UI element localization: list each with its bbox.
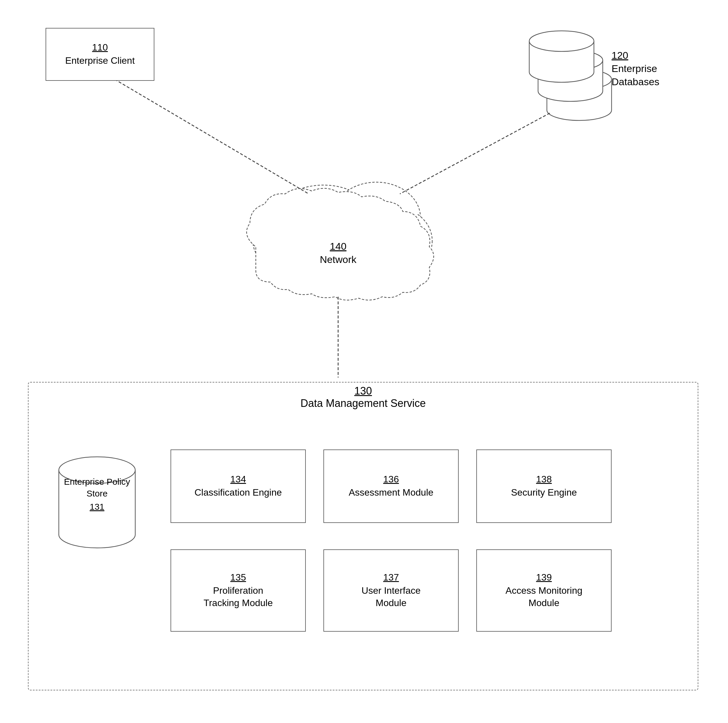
svg-point-6 [253, 209, 335, 273]
svg-point-13 [357, 212, 431, 276]
enterprise-client-label: Enterprise Client [65, 55, 135, 67]
svg-rect-27 [529, 41, 594, 72]
svg-point-25 [538, 50, 603, 70]
svg-line-34 [115, 79, 309, 194]
svg-point-5 [332, 182, 421, 253]
access-monitoring-label: Access MonitoringModule [505, 585, 582, 609]
svg-rect-22 [538, 60, 603, 91]
svg-text:Enterprise: Enterprise [612, 63, 657, 74]
dms-label: Data Management Service [300, 397, 426, 409]
svg-point-10 [334, 189, 419, 257]
dms-number: 130 [354, 385, 372, 397]
security-engine-box: 138 Security Engine [476, 450, 612, 523]
svg-text:Network: Network [320, 254, 357, 265]
access-monitoring-box: 139 Access MonitoringModule [476, 549, 612, 631]
svg-point-21 [538, 81, 603, 101]
svg-text:Databases: Databases [612, 76, 659, 87]
svg-point-9 [272, 192, 375, 266]
classification-engine-label: Classification Engine [194, 487, 282, 499]
enterprise-client-number: 110 [92, 42, 108, 53]
security-engine-number: 138 [536, 474, 552, 485]
classification-engine-number: 134 [230, 474, 246, 485]
assessment-module-number: 136 [383, 474, 399, 485]
svg-point-26 [529, 62, 594, 82]
user-interface-label: User InterfaceModule [362, 585, 421, 609]
dms-outer-box [28, 382, 698, 690]
svg-point-8 [356, 207, 432, 275]
network-cloud [247, 182, 438, 300]
proliferation-label: ProliferationTracking Module [203, 585, 272, 609]
svg-text:120: 120 [612, 50, 628, 61]
user-interface-number: 137 [383, 572, 399, 583]
network-label: 140 [330, 241, 347, 252]
enterprise-client-box: 110 Enterprise Client [46, 28, 154, 81]
svg-point-12 [301, 216, 393, 284]
svg-line-35 [400, 113, 550, 194]
svg-point-7 [300, 212, 394, 282]
access-monitoring-number: 139 [536, 572, 552, 583]
security-engine-label: Security Engine [511, 487, 577, 499]
svg-point-16 [547, 100, 612, 120]
user-interface-box: 137 User InterfaceModule [323, 549, 459, 631]
diagram: 140 Network 120 Enterprise Databases [0, 0, 728, 723]
svg-point-4 [271, 185, 376, 261]
svg-point-11 [254, 213, 334, 275]
svg-point-30 [529, 31, 594, 52]
svg-rect-17 [547, 79, 612, 110]
proliferation-number: 135 [230, 572, 246, 583]
assessment-module-box: 136 Assessment Module [323, 450, 459, 523]
svg-point-20 [547, 69, 612, 90]
svg-rect-14 [256, 247, 438, 285]
assessment-module-label: Assessment Module [349, 487, 433, 499]
classification-engine-box: 134 Classification Engine [171, 450, 306, 523]
dms-title: 130 Data Management Service [28, 385, 698, 410]
proliferation-tracking-box: 135 ProliferationTracking Module [171, 549, 306, 631]
